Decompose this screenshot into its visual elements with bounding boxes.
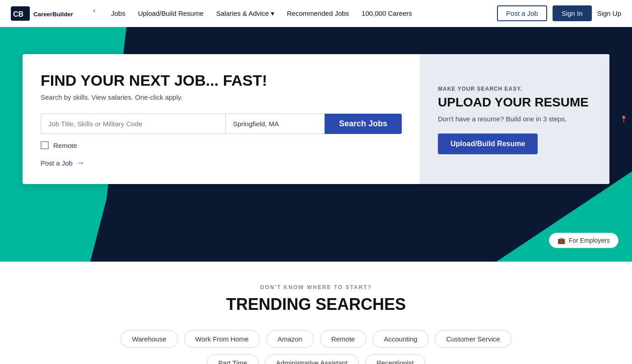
location-input-wrapper: 📍 <box>225 114 325 134</box>
careerbuilder-logo-icon: CB <box>11 6 30 21</box>
careerbuilder-wordmark: CareerBuilder ® <box>33 9 97 18</box>
nav-links: Jobs Upload/Build Resume Salaries & Advi… <box>111 9 497 18</box>
search-row: 📍 Search Jobs <box>41 114 402 134</box>
nav-upload-resume[interactable]: Upload/Build Resume <box>138 9 204 17</box>
svg-text:CB: CB <box>13 10 23 18</box>
trending-section: DON'T KNOW WHERE TO START? TRENDING SEAR… <box>0 262 632 364</box>
search-jobs-button[interactable]: Search Jobs <box>325 114 402 134</box>
search-left: FIND YOUR NEXT JOB... FAST! Search by sk… <box>23 54 420 184</box>
post-job-link-label: Post a Job <box>41 159 73 167</box>
trending-eyebrow: DON'T KNOW WHERE TO START? <box>18 284 614 290</box>
navbar-actions: Post a Job Sign In Sign Up <box>497 5 621 21</box>
trending-tag[interactable]: Remote <box>320 330 367 348</box>
search-card: FIND YOUR NEXT JOB... FAST! Search by sk… <box>23 54 609 184</box>
arrow-right-icon: → <box>76 158 84 168</box>
search-headline: FIND YOUR NEXT JOB... FAST! <box>41 72 402 89</box>
trending-tag[interactable]: Work From Home <box>184 330 260 348</box>
svg-text:®: ® <box>93 9 96 13</box>
remote-checkbox-row: Remote <box>41 141 402 149</box>
trending-tag[interactable]: Warehouse <box>121 330 177 348</box>
upload-headline: UPLOAD YOUR RESUME <box>438 96 591 110</box>
sign-up-button[interactable]: Sign Up <box>597 9 621 17</box>
remote-checkbox[interactable] <box>41 141 49 149</box>
navbar: CB CareerBuilder ® Jobs Upload/Build Res… <box>0 0 632 27</box>
search-right: MAKE YOUR SEARCH EASY. UPLOAD YOUR RESUM… <box>420 54 609 184</box>
svg-text:CareerBuilder: CareerBuilder <box>33 10 73 17</box>
hero-section: FIND YOUR NEXT JOB... FAST! Search by sk… <box>0 27 632 262</box>
chevron-down-icon: ▾ <box>271 9 274 18</box>
for-employers-label: For Employers <box>569 237 610 244</box>
upload-subtext: Don't have a resume? Build one in 3 step… <box>438 115 591 123</box>
post-job-link[interactable]: Post a Job → <box>41 158 402 168</box>
job-search-input[interactable] <box>41 114 225 134</box>
upload-resume-button[interactable]: Upload/Build Resume <box>438 134 538 154</box>
trending-tag[interactable]: Administrative Assistant <box>265 354 359 364</box>
nav-careers[interactable]: 100,000 Careers <box>362 9 412 17</box>
nav-salaries-advice[interactable]: Salaries & Advice ▾ <box>216 9 274 18</box>
for-employers-button[interactable]: 💼 For Employers <box>549 233 618 248</box>
trending-tags: WarehouseWork From HomeAmazonRemoteAccou… <box>113 330 519 364</box>
trending-tag[interactable]: Customer Service <box>435 330 511 348</box>
trending-tag[interactable]: Receptionist <box>365 354 425 364</box>
trending-tag[interactable]: Accounting <box>372 330 428 348</box>
briefcase-icon: 💼 <box>558 237 565 244</box>
trending-headline: TRENDING SEARCHES <box>18 295 614 314</box>
hero-content: FIND YOUR NEXT JOB... FAST! Search by sk… <box>0 27 632 211</box>
location-search-input[interactable] <box>233 120 320 128</box>
upload-eyebrow: MAKE YOUR SEARCH EASY. <box>438 86 591 92</box>
nav-jobs[interactable]: Jobs <box>111 9 125 17</box>
nav-recommended-jobs[interactable]: Recommended Jobs <box>287 9 349 17</box>
trending-tag[interactable]: Part Time <box>207 354 258 364</box>
logo-link[interactable]: CB CareerBuilder ® <box>11 6 97 21</box>
sign-in-button[interactable]: Sign In <box>553 5 592 21</box>
remote-label: Remote <box>53 142 77 149</box>
search-subtext: Search by skills. View salaries. One-cli… <box>41 93 402 101</box>
trending-tag[interactable]: Amazon <box>266 330 314 348</box>
post-job-nav-button[interactable]: Post a Job <box>497 5 547 21</box>
